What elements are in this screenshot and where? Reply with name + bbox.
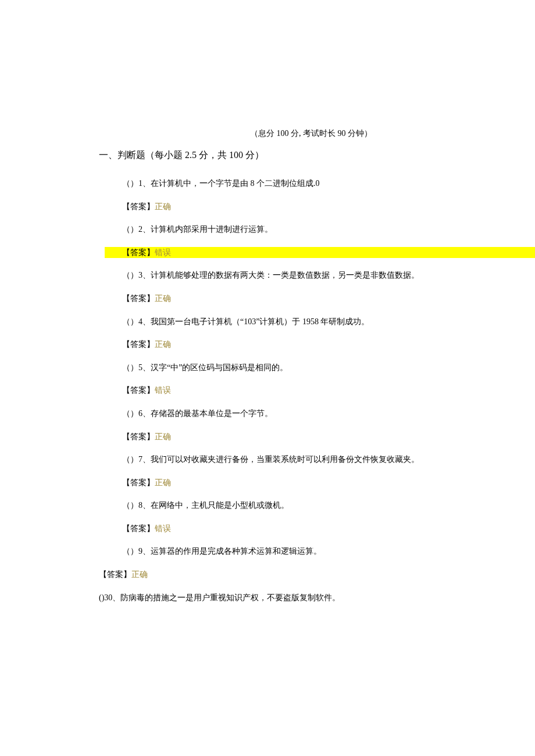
- answer-label: 【答案】: [122, 478, 155, 487]
- answer-line-outdent: 【答案】正确: [99, 569, 483, 581]
- question-block: （）4、我国第一台电子计算机（“103”计算机）于 1958 年研制成功。 【答…: [122, 316, 483, 350]
- answer-label: 【答案】: [99, 570, 131, 579]
- answer-value: 错误: [155, 386, 171, 395]
- answer-line: 【答案】正确: [122, 293, 483, 304]
- question-block: （）5、汉字“中”的区位码与国标码是相同的。 【答案】错误: [122, 362, 483, 396]
- answer-line-highlighted: 【答案】错误: [105, 247, 535, 259]
- question-block: （）8、在网络中，主机只能是小型机或微机。 【答案】错误: [122, 500, 483, 534]
- question-text: ()30、防病毒的措施之一是用户重视知识产权，不要盗版复制软件。: [99, 592, 483, 604]
- question-block: （）1、在计算机中，一个字节是由 8 个二进制位组成.0 【答案】正确: [122, 178, 483, 212]
- answer-value: 错误: [155, 524, 171, 533]
- answer-value: 正确: [131, 570, 148, 579]
- answer-line: 【答案】正确: [122, 477, 483, 489]
- question-text: （）5、汉字“中”的区位码与国标码是相同的。: [122, 362, 483, 374]
- question-block: （）9、运算器的作用是完成各种算术运算和逻辑运算。: [122, 546, 483, 557]
- question-text: （）1、在计算机中，一个字节是由 8 个二进制位组成.0: [122, 178, 483, 189]
- section-title: 一、判断题（每小题 2.5 分，共 100 分）: [99, 149, 483, 162]
- answer-label: 【答案】: [122, 432, 155, 441]
- question-text: （）4、我国第一台电子计算机（“103”计算机）于 1958 年研制成功。: [122, 316, 483, 328]
- answer-label: 【答案】: [122, 340, 155, 349]
- answer-line: 【答案】正确: [122, 431, 483, 443]
- question-block: （）7、我们可以对收藏夹进行备份，当重装系统时可以利用备份文件恢复收藏夹。 【答…: [122, 454, 483, 488]
- answer-label: 【答案】: [122, 248, 155, 257]
- answer-value: 错误: [155, 248, 171, 257]
- answer-label: 【答案】: [122, 294, 155, 303]
- exam-meta: （息分 100 分, 考试时长 90 分钟）: [140, 128, 483, 139]
- answer-value: 正确: [155, 340, 171, 349]
- answer-label: 【答案】: [122, 202, 155, 211]
- answer-value: 正确: [155, 202, 171, 211]
- question-block: （）2、计算机内部采用十进制进行运算。: [122, 224, 483, 235]
- answer-line: 【答案】正确: [122, 201, 483, 213]
- question-text: （）6、存储器的最基本单位是一个字节。: [122, 408, 483, 420]
- question-text: （）2、计算机内部采用十进制进行运算。: [122, 224, 483, 235]
- question-text: （）8、在网络中，主机只能是小型机或微机。: [122, 500, 483, 511]
- answer-line: 【答案】正确: [99, 569, 483, 581]
- question-block: （）6、存储器的最基本单位是一个字节。 【答案】正确: [122, 408, 483, 442]
- answer-label: 【答案】: [122, 386, 155, 395]
- question-text: （）7、我们可以对收藏夹进行备份，当重装系统时可以利用备份文件恢复收藏夹。: [122, 454, 483, 465]
- answer-line: 【答案】正确: [122, 339, 483, 350]
- question-text: （）9、运算器的作用是完成各种算术运算和逻辑运算。: [122, 546, 483, 557]
- answer-line: 【答案】错误: [122, 385, 483, 396]
- answer-label: 【答案】: [122, 524, 155, 533]
- question-block: （）3、计算机能够处理的数据有两大类：一类是数值数据，另一类是非数值数据。 【答…: [122, 270, 483, 304]
- answer-value: 正确: [155, 478, 171, 487]
- question-text: （）3、计算机能够处理的数据有两大类：一类是数值数据，另一类是非数值数据。: [122, 270, 483, 281]
- answer-value: 正确: [155, 294, 171, 303]
- question-block: ()30、防病毒的措施之一是用户重视知识产权，不要盗版复制软件。: [99, 592, 483, 604]
- answer-line: 【答案】错误: [122, 523, 483, 535]
- answer-value: 正确: [155, 432, 171, 441]
